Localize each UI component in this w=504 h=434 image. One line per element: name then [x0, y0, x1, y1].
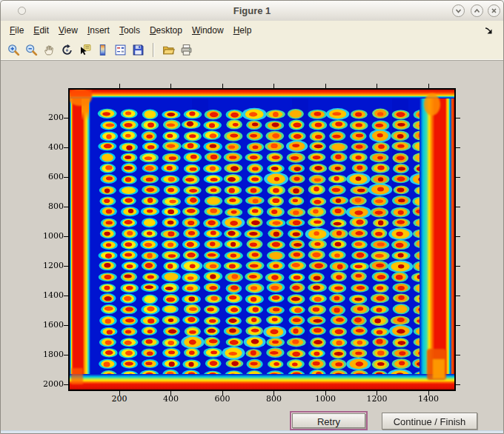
- titlebar: Figure 1: [1, 1, 503, 21]
- y-axis-tick: [64, 266, 68, 267]
- menu-item-desktop[interactable]: Desktop: [150, 25, 182, 36]
- retry-button-focus-ring: Retry: [290, 411, 368, 430]
- rotate-3d-button[interactable]: [58, 41, 76, 58]
- y-tick-label: 400: [27, 142, 64, 152]
- x-axis-tick: [119, 84, 120, 88]
- figure-window: Figure 1 FileEditViewInsertToolsDesktopW…: [0, 0, 504, 434]
- x-axis-tick: [325, 84, 326, 88]
- menu-item-file[interactable]: File: [10, 25, 24, 36]
- pan-icon: [43, 44, 56, 56]
- y-axis-tick: [64, 355, 68, 355]
- x-axis-tick: [428, 84, 429, 88]
- x-tick-label: 1400: [412, 394, 445, 404]
- y-tick-label: 1000: [27, 231, 64, 241]
- y-axis-tick: [64, 236, 68, 237]
- insert-legend-icon: [114, 44, 127, 56]
- open-file-icon: [162, 44, 175, 56]
- y-tick-label: 600: [27, 172, 64, 181]
- x-axis-tick: [273, 84, 274, 88]
- y-axis-tick: [456, 296, 460, 296]
- y-axis-tick: [64, 384, 68, 385]
- y-tick-label: 1200: [27, 261, 64, 270]
- pan-button[interactable]: [40, 41, 58, 58]
- open-file-button[interactable]: [159, 41, 177, 58]
- x-axis-tick: [222, 84, 223, 88]
- y-axis-tick: [64, 325, 68, 326]
- print-figure-icon: [180, 44, 193, 56]
- figure-toolbar: [1, 40, 503, 60]
- y-axis-tick: [456, 325, 460, 326]
- x-tick-label: 1200: [361, 394, 394, 404]
- menu-item-edit[interactable]: Edit: [33, 25, 49, 36]
- chevron-down-icon: [454, 7, 462, 15]
- y-axis-tick: [456, 384, 460, 385]
- figure-canvas: 2004006008001000120014002004006008001000…: [1, 60, 503, 430]
- dock-figure-arrow-icon[interactable]: [484, 26, 493, 35]
- plot-axes[interactable]: [68, 88, 456, 391]
- menu-item-view[interactable]: View: [59, 25, 78, 36]
- data-cursor-button[interactable]: [76, 41, 93, 58]
- y-axis-tick: [456, 118, 460, 118]
- menu-item-help[interactable]: Help: [233, 25, 252, 36]
- x-tick-label: 1000: [309, 394, 342, 404]
- menu-item-insert[interactable]: Insert: [87, 25, 110, 36]
- save-figure-button[interactable]: [129, 41, 147, 58]
- close-button[interactable]: [488, 4, 500, 17]
- y-axis-tick: [64, 177, 68, 178]
- x-tick-label: 200: [103, 394, 136, 404]
- toolbar-separator: [153, 43, 154, 57]
- print-figure-button[interactable]: [177, 41, 195, 58]
- menu-item-tools[interactable]: Tools: [119, 25, 140, 36]
- y-axis-tick: [456, 177, 460, 178]
- y-tick-label: 200: [27, 113, 64, 122]
- microarray-image[interactable]: [70, 90, 454, 390]
- x-axis-tick: [170, 84, 171, 88]
- x-tick-label: 600: [206, 394, 239, 404]
- close-icon: [490, 7, 498, 15]
- chevron-up-icon: [473, 7, 481, 15]
- x-tick-label: 800: [258, 394, 291, 404]
- y-axis-tick: [64, 296, 68, 296]
- y-tick-label: 1400: [27, 290, 64, 300]
- y-tick-label: 1800: [27, 350, 64, 359]
- menubar: FileEditViewInsertToolsDesktopWindowHelp: [1, 21, 503, 40]
- insert-colorbar-icon: [96, 44, 109, 56]
- bottom-strip: [1, 430, 503, 434]
- y-axis-tick: [456, 147, 460, 148]
- zoom-in-button[interactable]: [4, 41, 22, 58]
- x-axis-tick: [377, 84, 377, 88]
- insert-legend-button[interactable]: [111, 41, 129, 58]
- maximize-button[interactable]: [471, 4, 483, 17]
- data-cursor-icon: [79, 44, 91, 56]
- zoom-in-icon: [7, 44, 20, 56]
- y-axis-tick: [64, 207, 68, 207]
- y-tick-label: 800: [27, 201, 64, 211]
- y-tick-label: 2000: [27, 379, 64, 389]
- y-axis-tick: [64, 147, 68, 148]
- minimize-button[interactable]: [452, 4, 465, 17]
- continue-finish-button[interactable]: Continue / Finish: [382, 413, 477, 430]
- insert-colorbar-button[interactable]: [93, 41, 111, 58]
- y-axis-tick: [456, 236, 460, 237]
- zoom-out-icon: [25, 44, 38, 56]
- y-axis-tick: [456, 207, 460, 207]
- x-tick-label: 400: [155, 394, 188, 404]
- window-title: Figure 1: [1, 1, 503, 21]
- save-figure-icon: [132, 44, 145, 56]
- y-axis-tick: [64, 118, 68, 118]
- rotate-3d-icon: [61, 44, 73, 56]
- retry-button[interactable]: Retry: [292, 413, 365, 428]
- y-axis-tick: [456, 266, 460, 267]
- menu-item-window[interactable]: Window: [192, 25, 224, 36]
- zoom-out-button[interactable]: [22, 41, 40, 58]
- y-tick-label: 1600: [27, 320, 64, 330]
- y-axis-tick: [456, 355, 460, 355]
